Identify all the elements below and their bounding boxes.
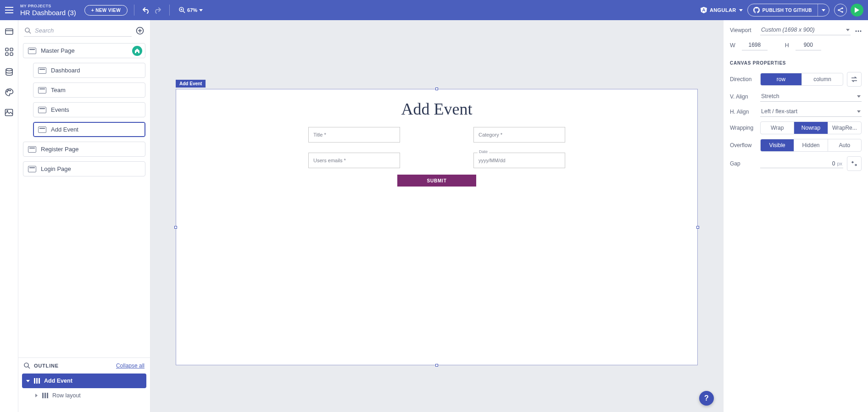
outline-node-add-event[interactable]: Add Event	[22, 374, 146, 388]
data-icon[interactable]	[4, 67, 14, 77]
resize-handle-left[interactable]	[174, 226, 177, 229]
svg-point-20	[860, 30, 862, 32]
view-label: Team	[51, 87, 66, 93]
direction-seg: row column	[760, 73, 843, 86]
page-icon	[38, 107, 46, 113]
more-icon[interactable]	[855, 27, 862, 33]
view-team[interactable]: Team	[33, 82, 145, 98]
view-dashboard[interactable]: Dashboard	[33, 63, 145, 78]
publish-github-button[interactable]: PUBLISH TO GITHUB	[748, 4, 818, 16]
category-field[interactable]: Category *	[473, 127, 565, 143]
svg-rect-7	[6, 53, 8, 55]
menu-button[interactable]	[0, 0, 18, 20]
halign-dropdown[interactable]: Left / flex-start	[760, 106, 862, 117]
resize-handle-top[interactable]	[435, 88, 438, 90]
canvas-frame[interactable]: Add Event Title * Category *	[176, 89, 698, 365]
svg-point-15	[25, 28, 29, 32]
selected-frame-tag[interactable]: Add Event	[176, 80, 206, 88]
view-master-page[interactable]: Master Page	[23, 43, 145, 58]
page-icon	[28, 48, 36, 54]
resize-handle-right[interactable]	[696, 226, 699, 229]
overflow-visible-button[interactable]: Visible	[761, 139, 794, 151]
view-login-page[interactable]: Login Page	[23, 161, 145, 176]
wrapping-label: Wrapping	[730, 125, 760, 131]
gap-unit: px	[837, 161, 842, 166]
wraprev-button[interactable]: WrapRe...	[828, 122, 861, 134]
apps-icon[interactable]	[4, 47, 14, 57]
collapse-all-link[interactable]: Collapse all	[116, 363, 145, 369]
valign-dropdown[interactable]: Stretch	[760, 91, 862, 102]
chevron-right-icon	[34, 394, 39, 397]
wrapping-seg: Wrap Nowrap WrapRe...	[760, 121, 862, 134]
svg-point-14	[7, 110, 8, 111]
undo-button[interactable]	[141, 5, 152, 16]
width-label: W	[730, 42, 735, 49]
new-view-button[interactable]: + NEW VIEW	[84, 5, 128, 16]
components-icon[interactable]	[4, 27, 14, 37]
direction-row-button[interactable]: row	[761, 73, 802, 85]
help-button[interactable]: ?	[699, 391, 714, 406]
framework-dropdown[interactable]: ANGULAR	[701, 7, 743, 13]
page-icon	[28, 166, 36, 172]
design-canvas[interactable]: Add Event Add Event Title * Catego	[150, 20, 723, 412]
assets-icon[interactable]	[4, 107, 14, 117]
zoom-dropdown[interactable]: 67%	[179, 7, 203, 13]
outline-header: OUTLINE Collapse all	[18, 357, 150, 374]
viewport-label: Viewport	[730, 27, 760, 33]
valign-label: V. Align	[730, 93, 760, 100]
page-icon	[38, 87, 46, 93]
svg-point-11	[8, 90, 9, 91]
gap-value: 0	[832, 160, 835, 167]
outline-node-row-layout[interactable]: Row layout	[22, 388, 146, 403]
page-icon	[38, 126, 46, 133]
halign-label: H. Align	[730, 109, 760, 115]
view-register-page[interactable]: Register Page	[23, 142, 145, 157]
gap-label: Gap	[730, 160, 760, 167]
nowrap-button[interactable]: Nowrap	[794, 122, 828, 134]
add-view-button[interactable]	[135, 26, 145, 35]
emails-field[interactable]: Users emails *	[308, 153, 400, 168]
chevron-down-icon	[26, 380, 30, 382]
share-button[interactable]	[834, 4, 847, 16]
overflow-auto-button[interactable]: Auto	[828, 139, 861, 151]
view-add-event[interactable]: Add Event	[33, 122, 145, 137]
height-input[interactable]	[796, 40, 821, 50]
svg-point-12	[10, 90, 11, 91]
top-bar: MY PROJECTS HR Dashboard (3) + NEW VIEW …	[0, 0, 868, 20]
view-events[interactable]: Events	[33, 102, 145, 117]
outline-label: Add Event	[44, 378, 72, 384]
publish-github-caret[interactable]	[818, 4, 829, 16]
svg-point-1	[838, 9, 840, 11]
direction-label: Direction	[730, 76, 760, 82]
preview-button[interactable]	[851, 4, 863, 16]
row-layout-icon	[42, 393, 49, 398]
swap-axis-button[interactable]	[847, 72, 862, 87]
date-field[interactable]: Date yyyy/MM/dd	[473, 153, 565, 168]
title-field[interactable]: Title *	[308, 127, 400, 143]
svg-point-3	[841, 11, 843, 13]
gap-link-button[interactable]	[847, 156, 862, 171]
search-input[interactable]	[34, 27, 131, 34]
view-label: Login Page	[41, 165, 71, 172]
views-tree: Master Page Dashboard Team Events	[18, 41, 150, 357]
page-icon	[28, 146, 36, 153]
submit-button[interactable]: SUBMIT	[397, 175, 476, 187]
overflow-label: Overflow	[730, 142, 760, 148]
redo-button[interactable]	[152, 5, 163, 16]
view-label: Register Page	[41, 146, 78, 153]
divider	[169, 5, 170, 16]
palette-icon[interactable]	[4, 87, 14, 97]
overflow-hidden-button[interactable]: Hidden	[794, 139, 828, 151]
views-search[interactable]	[24, 25, 132, 37]
viewport-dropdown[interactable]: Custom (1698 x 900)	[760, 25, 851, 35]
width-input[interactable]	[742, 40, 768, 50]
project-breadcrumb[interactable]: MY PROJECTS HR Dashboard (3)	[20, 0, 76, 20]
resize-handle-bottom[interactable]	[435, 364, 438, 367]
wrap-button[interactable]: Wrap	[761, 122, 794, 134]
framework-label: ANGULAR	[710, 7, 736, 13]
activity-bar	[0, 20, 18, 412]
form-title: Add Event	[176, 99, 697, 119]
gap-input[interactable]: 0 px	[760, 159, 843, 168]
direction-column-button[interactable]: column	[802, 73, 843, 85]
svg-point-2	[841, 7, 843, 9]
